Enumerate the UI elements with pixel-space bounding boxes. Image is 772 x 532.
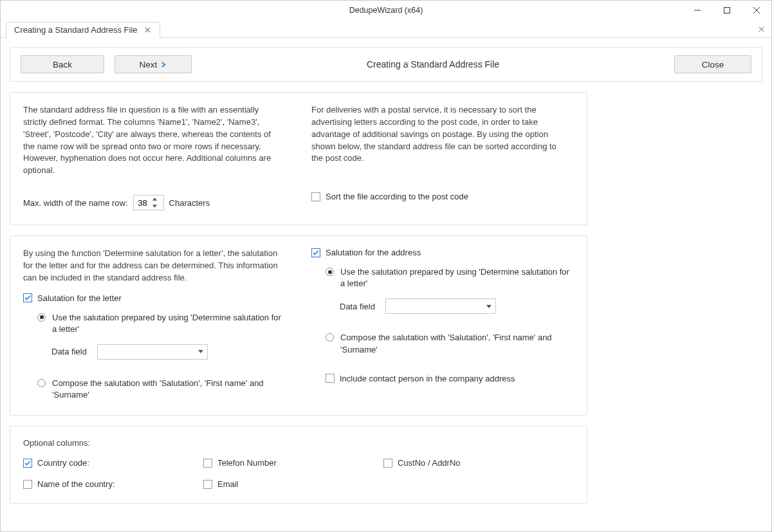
sort-postcode-label: Sort the file according to the post code — [326, 192, 468, 201]
country-code-checkbox[interactable] — [23, 459, 32, 468]
titlebar: DedupeWizard (x64) — [1, 1, 771, 20]
address-radio-use-prepared[interactable] — [326, 268, 334, 276]
address-datafield-label: Data field — [340, 302, 375, 311]
maxwidth-value[interactable] — [134, 197, 151, 208]
maxwidth-input[interactable] — [133, 195, 164, 210]
address-radio-use-prepared-label: Use the salutation prepared by using 'De… — [340, 266, 572, 289]
custno-label: CustNo / AddrNo — [398, 458, 461, 468]
letter-radio-compose[interactable] — [37, 379, 46, 387]
salutation-letter-checkbox[interactable] — [23, 293, 32, 302]
address-radio-compose[interactable] — [326, 333, 334, 342]
salutation-letter-label: Salutation for the letter — [37, 293, 122, 303]
tabstrip-close-icon[interactable] — [756, 24, 766, 34]
country-code-label: Country code: — [37, 458, 89, 468]
address-radio-compose-label: Compose the salutation with 'Salutation'… — [340, 332, 572, 355]
country-name-checkbox[interactable] — [23, 480, 32, 489]
svg-marker-11 — [486, 305, 492, 308]
salutation-intro: By using the function 'Determine salutat… — [23, 248, 280, 284]
tab-close-icon[interactable] — [144, 26, 152, 34]
next-button[interactable]: Next — [115, 55, 192, 73]
maxwidth-unit: Characters — [169, 198, 210, 208]
back-button[interactable]: Back — [21, 55, 104, 73]
svg-marker-10 — [198, 350, 203, 353]
maxwidth-label: Max. width of the name row: — [23, 198, 128, 208]
panel-optional-columns: Optional columns: Country code: — [10, 426, 587, 504]
email-checkbox[interactable] — [203, 480, 212, 489]
salutation-address-label: Salutation for the address — [326, 248, 421, 257]
sort-postcode-checkbox[interactable] — [311, 192, 320, 201]
svg-rect-1 — [724, 8, 730, 14]
svg-marker-9 — [152, 205, 157, 207]
wizard-toolbar: Back Next Creating a Standard Address Fi… — [10, 47, 762, 82]
letter-datafield-label: Data field — [51, 347, 87, 356]
email-label: Email — [217, 479, 239, 489]
sort-description: For deliveries with a postal service, it… — [311, 104, 569, 165]
close-button[interactable]: Close — [674, 55, 751, 73]
spin-down-icon[interactable] — [151, 203, 160, 210]
address-datafield-select[interactable] — [385, 298, 496, 314]
format-description: The standard address file in question is… — [23, 104, 280, 177]
optional-columns-title: Optional columns: — [23, 438, 574, 448]
window-close-button[interactable] — [742, 1, 771, 20]
window-title: DedupeWizard (x64) — [349, 6, 423, 15]
tab-strip: Creating a Standard Address File — [1, 20, 771, 38]
letter-radio-use-prepared[interactable] — [37, 313, 46, 322]
include-contact-checkbox[interactable] — [326, 374, 335, 383]
next-arrow-icon — [161, 60, 167, 69]
tab-creating-address-file[interactable]: Creating a Standard Address File — [6, 22, 160, 38]
tab-label: Creating a Standard Address File — [14, 25, 138, 35]
salutation-address-checkbox[interactable] — [311, 248, 320, 257]
spin-up-icon[interactable] — [151, 196, 160, 203]
include-contact-label: Include contact person in the company ad… — [340, 374, 515, 383]
svg-marker-8 — [152, 197, 157, 200]
letter-radio-use-prepared-label: Use the salutation prepared by using 'De… — [52, 312, 284, 335]
telefon-label: Telefon Number — [217, 458, 277, 468]
minimize-button[interactable] — [683, 1, 712, 20]
letter-datafield-select[interactable] — [97, 344, 208, 360]
panel-format-and-sort: The standard address file in question is… — [10, 92, 587, 225]
letter-radio-compose-label: Compose the salutation with 'Salutation'… — [52, 378, 284, 401]
maximize-button[interactable] — [712, 1, 742, 20]
panel-salutation: By using the function 'Determine salutat… — [10, 235, 587, 416]
panel-title: Creating a Standard Address File — [192, 59, 674, 69]
country-name-label: Name of the country: — [37, 479, 115, 489]
custno-checkbox[interactable] — [383, 459, 392, 468]
telefon-checkbox[interactable] — [203, 459, 212, 468]
